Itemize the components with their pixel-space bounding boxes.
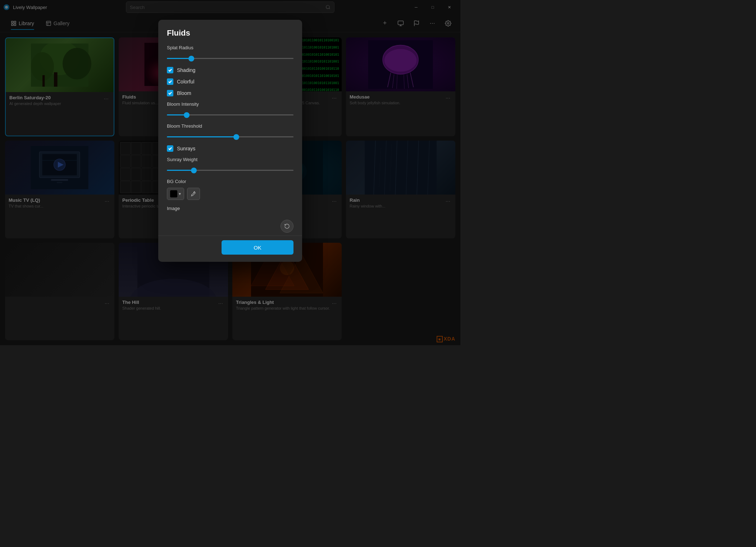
colorful-label: Colorful <box>177 79 194 85</box>
color-swatch <box>170 190 177 197</box>
sunrays-label: Sunrays <box>177 146 195 151</box>
modal-footer: OK <box>158 236 302 262</box>
sunray-weight-label: Sunray Weight <box>167 157 293 162</box>
sunray-weight-slider-wrap <box>167 166 293 172</box>
eyedropper-button[interactable] <box>187 188 200 200</box>
bloom-intensity-slider-wrap <box>167 110 293 117</box>
bloom-threshold-label: Bloom Threshold <box>167 123 293 129</box>
modal-overlay: Fluids Splat Radius Shading <box>0 0 460 345</box>
bg-color-label: BG Color <box>167 179 293 184</box>
colorful-row: Colorful <box>167 78 293 85</box>
shading-row: Shading <box>167 67 293 73</box>
bloom-intensity-label: Bloom Intensity <box>167 101 293 107</box>
bloom-intensity-slider[interactable] <box>167 114 293 115</box>
reset-button[interactable] <box>281 220 293 233</box>
eyedropper-icon <box>191 191 196 197</box>
splat-radius-slider-wrap <box>167 54 293 60</box>
fluids-modal: Fluids Splat Radius Shading <box>158 20 302 262</box>
sunrays-checkbox[interactable] <box>167 145 173 152</box>
sunrays-row: Sunrays <box>167 145 293 152</box>
shading-checkbox[interactable] <box>167 67 173 73</box>
bloom-checkbox[interactable] <box>167 90 173 96</box>
sunray-weight-slider[interactable] <box>167 170 293 171</box>
ok-button[interactable]: OK <box>222 240 293 255</box>
bloom-label: Bloom <box>177 90 191 96</box>
bloom-threshold-slider-wrap <box>167 132 293 139</box>
colorful-checkbox[interactable] <box>167 78 173 85</box>
bg-color-row: ▾ <box>167 188 293 200</box>
modal-title: Fluids <box>167 28 293 38</box>
splat-radius-label: Splat Radius <box>167 45 293 50</box>
modal-scroll[interactable]: Fluids Splat Radius Shading <box>158 20 302 236</box>
reset-icon <box>284 223 290 229</box>
bloom-row: Bloom <box>167 90 293 96</box>
color-chevron-icon: ▾ <box>179 191 181 196</box>
bloom-threshold-slider[interactable] <box>167 136 293 137</box>
shading-label: Shading <box>177 67 195 73</box>
image-section-label: Image <box>167 206 293 211</box>
color-swatch-button[interactable]: ▾ <box>167 188 184 200</box>
splat-radius-slider[interactable] <box>167 58 293 59</box>
